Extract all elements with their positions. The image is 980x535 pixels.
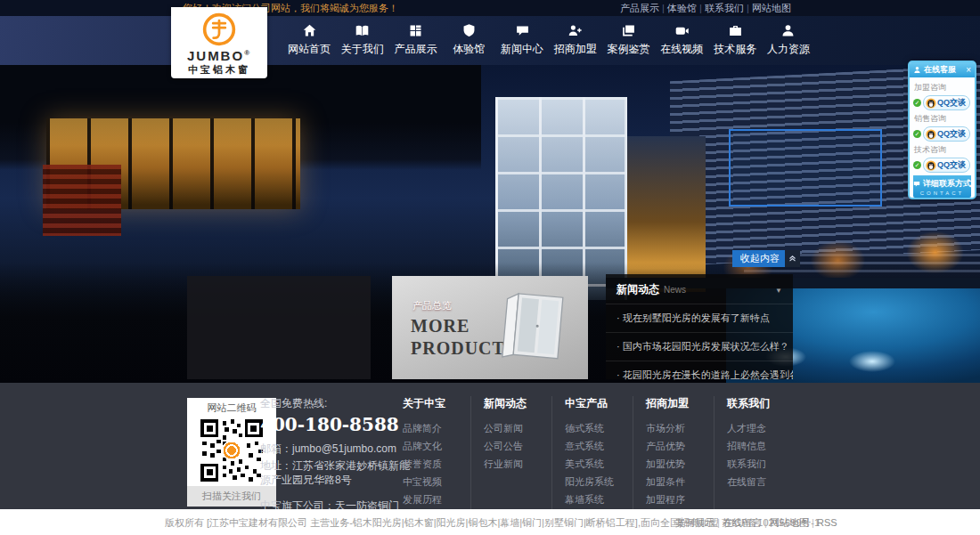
- bottom-link[interactable]: RSS: [817, 517, 837, 528]
- footer-link[interactable]: 行业新闻: [484, 455, 551, 473]
- dark-feature-panel: [187, 276, 371, 379]
- footer-link[interactable]: 品牌简介: [403, 419, 470, 437]
- news-item[interactable]: 国内市场花园阳光房发展状况怎么样？: [606, 332, 793, 361]
- person-icon: [913, 66, 921, 74]
- nav-item-experience[interactable]: 体验馆: [443, 23, 494, 57]
- news-subtitle: News: [664, 285, 775, 295]
- footer-link[interactable]: 阳光房系统: [565, 473, 633, 490]
- bottom-link[interactable]: 网站地图: [770, 517, 817, 528]
- footer-column-title: 联系我们: [727, 396, 795, 411]
- qq-chat-button[interactable]: QQ交谈: [923, 158, 970, 173]
- topbar-link[interactable]: 产品展示: [620, 3, 667, 13]
- topbar-link[interactable]: 网站地图: [752, 3, 791, 13]
- nav-item-videos[interactable]: 在线视频: [656, 23, 707, 57]
- online-status-icon: ✓: [913, 161, 921, 169]
- briefcase-icon: [728, 23, 743, 38]
- nav-item-services[interactable]: 技术服务: [709, 23, 761, 57]
- chat-group-label: 销售咨询: [914, 113, 971, 125]
- company-logo[interactable]: JUMBO® 中宝铝木窗: [171, 7, 267, 78]
- contact-address: 地址：江苏省张家港妙桥镇新能源产业园兄华路8号: [260, 458, 413, 487]
- video-icon: [674, 23, 690, 38]
- close-icon[interactable]: ×: [966, 66, 971, 75]
- footer-link[interactable]: 联系我们: [727, 455, 795, 473]
- qr-code-image: [199, 417, 265, 483]
- more-products-panel[interactable]: 产品总览 MOREPRODUCTS: [392, 276, 588, 379]
- collapse-toggle-button[interactable]: [785, 250, 800, 267]
- qq-chat-label: QQ交谈: [937, 128, 966, 140]
- nav-item-news[interactable]: 新闻中心: [496, 23, 548, 57]
- qq-penguin-icon: [926, 129, 936, 140]
- footer-contact: 全国免费热线: 400-180-8588 邮箱：jumbo@51jumbo.co…: [260, 396, 413, 514]
- nav-item-cases[interactable]: 案例鉴赏: [603, 23, 655, 57]
- footer-column-title: 新闻动态: [484, 396, 551, 411]
- chat-panel-title: 在线客服: [924, 64, 966, 76]
- user-icon: [780, 23, 796, 38]
- book-icon: [355, 23, 370, 38]
- main-navbar: 网站首页 关于我们 产品展示 体验馆 新闻中心 招商加盟 案例鉴赏 在线视频 技…: [0, 16, 980, 65]
- site-footer: 网站二维码 扫描关注我们 全国免费热线: 400-180-8588 邮箱：jum…: [0, 383, 980, 509]
- news-item[interactable]: 现在别墅阳光房的发展有了新特点: [606, 304, 793, 332]
- nav-item-hr[interactable]: 人力资源: [763, 23, 814, 57]
- footer-link[interactable]: 美式系统: [565, 455, 633, 473]
- bottom-bar: 版权所有 [江苏中宝建材有限公司 主营业务-铝木阳光房|铝木窗|阳光房|铜包木|…: [0, 509, 980, 535]
- footer-link[interactable]: 加盟条件: [646, 473, 714, 490]
- collapse-content-button[interactable]: 收起内容: [732, 250, 788, 267]
- footer-link[interactable]: 人才理念: [727, 419, 795, 437]
- footer-link[interactable]: 荣誉资质: [403, 455, 470, 473]
- footer-link[interactable]: 品牌文化: [403, 437, 470, 455]
- topbar-link[interactable]: 体验馆: [667, 3, 705, 13]
- hero-pool-light: [849, 351, 895, 372]
- online-status-icon: ✓: [913, 130, 921, 138]
- bottom-link[interactable]: 案例展示: [675, 517, 723, 528]
- nav-item-franchise[interactable]: 招商加盟: [550, 23, 601, 57]
- topbar-link[interactable]: 联系我们: [705, 3, 752, 13]
- footer-link[interactable]: 发展历程: [403, 490, 470, 508]
- qq-chat-button[interactable]: QQ交谈: [923, 126, 970, 142]
- main-nav: 网站首页 关于我们 产品展示 体验馆 新闻中心 招商加盟 案例鉴赏 在线视频 技…: [283, 23, 814, 57]
- logo-subtitle: 中宝铝木窗: [188, 63, 250, 77]
- footer-link[interactable]: 公司新闻: [484, 419, 551, 437]
- nav-item-products[interactable]: 产品展示: [390, 23, 442, 57]
- products-overview-label: 产品总览: [412, 299, 452, 312]
- contact-details-button[interactable]: 详细联系方式 CONTACT: [913, 175, 971, 198]
- logo-brand: JUMBO®: [187, 47, 251, 62]
- qq-chat-label: QQ交谈: [937, 97, 966, 109]
- highlight-box: [729, 129, 882, 207]
- double-chevron-up-icon: [788, 255, 796, 263]
- nav-item-about[interactable]: 关于我们: [337, 23, 388, 57]
- footer-link[interactable]: 中宝视频: [403, 473, 470, 490]
- nav-label: 关于我们: [341, 42, 384, 57]
- footer-link[interactable]: 招聘信息: [727, 437, 795, 455]
- footer-column-title: 中宝产品: [565, 396, 633, 411]
- nav-label: 体验馆: [453, 42, 485, 57]
- news-item[interactable]: 花园阳光房在漫长的道路上必然会遇到各种挑战: [606, 361, 793, 383]
- footer-link[interactable]: 加盟程序: [646, 490, 714, 508]
- chat-panel-header: 在线客服 ×: [910, 62, 975, 77]
- nav-label: 招商加盟: [554, 42, 597, 57]
- nav-item-home[interactable]: 网站首页: [283, 23, 335, 57]
- window-product-icon: [499, 285, 576, 370]
- chat-group-label: 技术咨询: [914, 144, 971, 156]
- footer-link[interactable]: 加盟优势: [646, 455, 714, 473]
- qq-chat-button[interactable]: QQ交谈: [923, 95, 970, 110]
- footer-link[interactable]: 德式系统: [565, 419, 633, 437]
- hero-banner: 收起内容 产品总览 MOREPRODUCTS 新闻动态 News ▼ 现在别墅阳…: [0, 65, 980, 383]
- hotline-number: 400-180-8588: [260, 414, 413, 435]
- registered-mark: ®: [244, 49, 251, 57]
- nav-label: 产品展示: [395, 42, 437, 57]
- footer-link[interactable]: 公司公告: [484, 437, 551, 455]
- footer-link[interactable]: 幕墙系统: [565, 490, 633, 508]
- speech-bubble-icon: [913, 180, 920, 188]
- nav-label: 人力资源: [767, 42, 810, 57]
- footer-link[interactable]: 产品优势: [646, 437, 714, 455]
- bottom-link[interactable]: 在线留言: [723, 517, 770, 528]
- nav-label: 技术服务: [714, 42, 756, 57]
- gallery-icon: [621, 23, 636, 38]
- online-service-panel: 在线客服 × 加盟咨询 ✓ QQ交谈 销售咨询: [908, 61, 976, 199]
- news-header: 新闻动态 News ▼: [606, 274, 793, 304]
- footer-link[interactable]: 意式系统: [565, 437, 633, 455]
- footer-link[interactable]: 市场分析: [646, 419, 714, 437]
- footer-link[interactable]: 在线留言: [727, 473, 795, 490]
- chat-row: ✓ QQ交谈: [913, 95, 971, 110]
- chevron-down-icon[interactable]: ▼: [775, 287, 782, 295]
